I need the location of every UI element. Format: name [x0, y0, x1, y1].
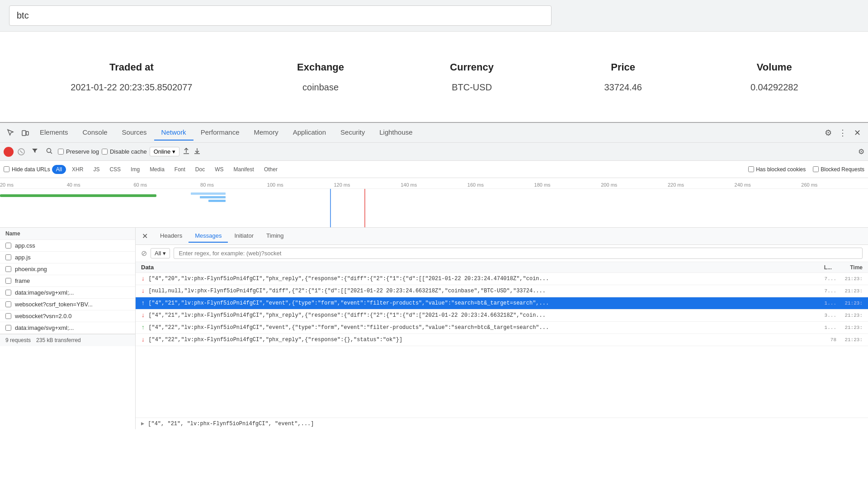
tick-260ms: 260 ms: [801, 182, 817, 188]
filter-icon[interactable]: [29, 146, 41, 158]
file-item-frame[interactable]: frame: [0, 275, 135, 287]
filter-chip-manifest[interactable]: Manifest: [230, 165, 258, 174]
record-button[interactable]: [4, 147, 14, 157]
blocked-requests-checkbox[interactable]: [813, 166, 819, 172]
stop-recording-icon[interactable]: [16, 147, 26, 157]
expand-arrow-icon[interactable]: ▶: [141, 420, 144, 427]
filter-chip-img[interactable]: Img: [127, 165, 144, 174]
tab-memory[interactable]: Memory: [247, 125, 286, 141]
file-checkbox-app-js[interactable]: [5, 254, 11, 260]
file-name-app-css: app.css: [15, 242, 35, 249]
data-row-5[interactable]: ↓ ["4","22","lv:phx-Flynf5ioPni4fgCI","p…: [136, 334, 868, 346]
has-blocked-cookies-label[interactable]: Has blocked cookies: [748, 166, 806, 173]
blocked-requests-label[interactable]: Blocked Requests: [813, 166, 864, 173]
preserve-log-label[interactable]: Preserve log: [58, 148, 99, 155]
tab-security[interactable]: Security: [333, 125, 372, 141]
detail-tab-timing[interactable]: Timing: [260, 230, 290, 243]
detail-tab-initiator[interactable]: Initiator: [228, 230, 260, 243]
address-bar[interactable]: [9, 5, 552, 26]
inspector-icon[interactable]: [4, 126, 18, 140]
data-row-1[interactable]: ↓ [null,null,"lv:phx-Flynf5ioPni4fgCI","…: [136, 285, 868, 297]
data-row-2[interactable]: ↑ ["4","21","lv:phx-Flynf5ioPni4fgCI","e…: [136, 297, 868, 310]
hide-data-urls-label[interactable]: Hide data URLs: [4, 166, 50, 173]
disable-cache-label[interactable]: Disable cache: [102, 148, 147, 155]
data-rows: ↓ ["4","20","lv:phx-Flynf5ioPni4fgCI","p…: [136, 273, 868, 418]
upload-icon[interactable]: [182, 147, 190, 157]
file-item-svg-2[interactable]: data:image/svg+xml;...: [0, 322, 135, 334]
file-checkbox-websocket-csrf[interactable]: [5, 301, 11, 307]
filter-chip-all[interactable]: All: [52, 165, 66, 174]
tick-20ms: 20 ms: [0, 182, 14, 188]
file-name-svg-2: data:image/svg+xml;...: [15, 324, 74, 331]
tick-60ms: 60 ms: [133, 182, 147, 188]
filter-chip-ws[interactable]: WS: [211, 165, 227, 174]
settings-gear-icon[interactable]: ⚙: [821, 126, 835, 140]
block-messages-icon[interactable]: ⊘: [141, 249, 147, 258]
devtools-panel: Elements Console Sources Network Perform…: [0, 122, 868, 429]
data-row-0[interactable]: ↓ ["4","20","lv:phx-Flynf5ioPni4fgCI","p…: [136, 273, 868, 285]
message-type-chevron: ▾: [163, 250, 166, 257]
file-checkbox-frame[interactable]: [5, 278, 11, 284]
arrow-down-icon-5: ↓: [141, 336, 145, 343]
file-item-app-css[interactable]: app.css: [0, 240, 135, 252]
filter-chip-doc[interactable]: Doc: [191, 165, 209, 174]
arrow-down-icon-1: ↓: [141, 287, 145, 295]
bottom-expand-row[interactable]: ▶ ["4", "21", "lv:phx-Flynf5ioPni4fgCI",…: [136, 418, 868, 429]
file-item-phoenix-png[interactable]: phoenix.png: [0, 263, 135, 275]
tab-network[interactable]: Network: [154, 125, 193, 141]
waterfall-blue-bar-3: [208, 200, 226, 202]
detail-tab-messages[interactable]: Messages: [189, 230, 228, 243]
file-checkbox-svg-2[interactable]: [5, 325, 11, 331]
col-volume: Volume: [698, 61, 850, 73]
file-checkbox-app-css[interactable]: [5, 243, 11, 249]
close-detail-icon[interactable]: ✕: [139, 231, 150, 242]
timeline-ruler: 20 ms 40 ms 60 ms 80 ms 100 ms 120 ms 14…: [0, 178, 868, 189]
cell-price: 33724.46: [547, 82, 699, 93]
col-time-header: Time: [850, 264, 863, 271]
file-checkbox-svg-1[interactable]: [5, 290, 11, 296]
file-name-websocket-csrf: websocket?csrf_token=YBV...: [15, 301, 93, 308]
tab-elements[interactable]: Elements: [33, 125, 75, 141]
row-time-4: 21:23:: [840, 325, 863, 330]
close-devtools-icon[interactable]: ✕: [850, 126, 864, 140]
svg-line-3: [20, 150, 23, 153]
data-row-4[interactable]: ↑ ["4","22","lv:phx-Flynf5ioPni4fgCI","e…: [136, 322, 868, 334]
file-item-svg-1[interactable]: data:image/svg+xml;...: [0, 287, 135, 299]
message-type-select[interactable]: All ▾: [151, 248, 170, 258]
tab-sources[interactable]: Sources: [115, 125, 154, 141]
search-icon[interactable]: [43, 146, 55, 158]
hide-data-urls-checkbox[interactable]: [4, 166, 9, 172]
file-item-websocket-csrf[interactable]: websocket?csrf_token=YBV...: [0, 299, 135, 310]
tab-lighthouse[interactable]: Lighthouse: [372, 125, 420, 141]
file-checkbox-websocket-vsn[interactable]: [5, 313, 11, 319]
filter-chip-xhr[interactable]: XHR: [68, 165, 87, 174]
filter-chip-media[interactable]: Media: [146, 165, 169, 174]
filter-chip-js[interactable]: JS: [89, 165, 104, 174]
device-toggle-icon[interactable]: [18, 126, 33, 140]
file-item-websocket-vsn[interactable]: websocket?vsn=2.0.0: [0, 310, 135, 322]
detail-tab-headers[interactable]: Headers: [154, 230, 189, 243]
file-list-footer: 9 requests 235 kB transferred: [0, 334, 135, 346]
has-blocked-cookies-checkbox[interactable]: [748, 166, 754, 172]
throttle-select[interactable]: Online ▾: [150, 147, 180, 156]
file-name-frame: frame: [15, 277, 30, 284]
more-options-icon[interactable]: ⋮: [835, 126, 850, 140]
file-checkbox-phoenix-png[interactable]: [5, 266, 11, 272]
vertical-line-blue: [330, 189, 331, 228]
filter-chip-font[interactable]: Font: [170, 165, 189, 174]
network-settings-icon[interactable]: ⚙: [858, 147, 864, 156]
disable-cache-checkbox[interactable]: [102, 149, 108, 155]
tab-application[interactable]: Application: [286, 125, 333, 141]
col-traded-at: Traded at: [18, 61, 245, 73]
tab-console[interactable]: Console: [75, 125, 115, 141]
filter-chip-other[interactable]: Other: [260, 165, 282, 174]
tab-performance[interactable]: Performance: [193, 125, 247, 141]
file-item-app-js[interactable]: app.js: [0, 252, 135, 263]
message-filter-input[interactable]: [174, 248, 863, 259]
filter-chip-css[interactable]: CSS: [105, 165, 125, 174]
download-icon[interactable]: [193, 147, 201, 157]
tick-160ms: 160 ms: [467, 182, 484, 188]
data-row-3[interactable]: ↓ ["4","21","lv:phx-Flynf5ioPni4fgCI","p…: [136, 310, 868, 322]
preserve-log-checkbox[interactable]: [58, 149, 64, 155]
col-price: Price: [547, 61, 699, 73]
